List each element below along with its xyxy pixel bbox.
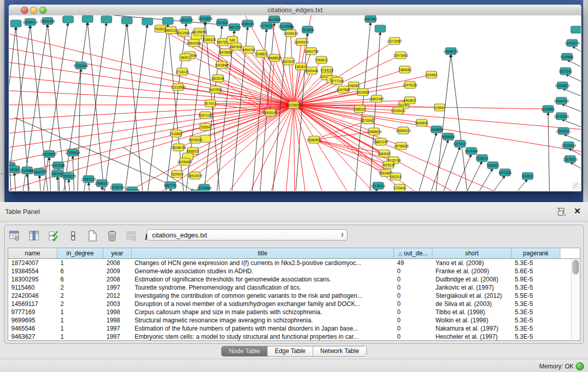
table-row[interactable]: 1938455462009Genome-wide association stu… [8,267,580,275]
graph-node[interactable]: 16033809 [198,15,213,22]
graph-node[interactable]: 16961758 [304,48,319,55]
graph-node[interactable]: 20691406 [40,17,55,25]
graph-node[interactable] [63,16,74,23]
graph-node[interactable]: 12213583 [171,83,186,91]
graph-node[interactable]: 17359924 [66,149,80,156]
graph-node[interactable]: 12975115 [403,81,418,89]
graph-node[interactable]: 10025432 [391,107,406,114]
graph-node[interactable]: 17957223 [81,176,96,183]
row-height-icon[interactable] [67,230,79,242]
graph-node[interactable]: 12444194 [554,97,569,104]
graph-node[interactable]: 8267130 [199,112,212,119]
graph-node[interactable]: 8186328 [203,36,216,43]
graph-node[interactable]: 12213967 [387,37,402,45]
graph-node[interactable]: 2087682 [364,15,377,23]
graph-node[interactable]: 13505135 [61,172,76,180]
table-row[interactable]: 977716911998Corpus callosum shape and si… [8,308,580,316]
graph-node[interactable]: 8454749 [242,46,255,53]
graph-node[interactable]: 252214 [390,173,401,180]
delete-trash-icon[interactable] [106,230,118,242]
graph-node[interactable]: 10973493 [394,52,408,59]
graph-node[interactable]: 20153346 [74,62,89,69]
graph-node[interactable]: 1733426 [393,184,406,191]
graph-node[interactable]: 16640910 [294,38,309,46]
network-canvas[interactable]: 1405572420691406106532571603380915276027… [9,15,581,191]
graph-node[interactable]: 18807249 [374,138,388,145]
graph-node[interactable]: 10807487 [369,95,384,102]
table-select-dropdown[interactable]: citations_edges.txt ▲▼ [147,229,347,240]
table-row[interactable]: 1872400712008Changes of HCN gene express… [8,259,580,267]
graph-node[interactable]: 20206556 [42,150,57,158]
graph-node[interactable] [11,20,21,27]
graph-node[interactable]: 15751074 [565,39,580,47]
graph-node[interactable]: 17016504 [561,142,576,149]
table-scrollbar[interactable] [571,259,579,340]
graph-node[interactable]: 16543382 [187,39,202,47]
window-titlebar[interactable]: citations_edges.txt [9,5,581,16]
graph-node[interactable]: 10688609 [367,128,382,135]
graph-node[interactable]: 9146821 [255,50,268,57]
graph-node[interactable]: 9097588 [52,162,65,169]
graph-node[interactable]: 546 [227,36,238,43]
graph-node[interactable]: 7485063 [398,66,411,73]
table-row[interactable]: 1456911722003Disruption of a novel membe… [8,300,580,308]
graph-node[interactable]: 15136141 [371,182,386,189]
graph-node[interactable]: 14055724 [23,18,38,26]
graph-node[interactable]: 16648794 [444,48,459,55]
graph-node[interactable]: 2718120 [176,68,189,75]
graph-node[interactable]: 19756928 [394,142,409,149]
graph-node[interactable]: 18724007 [287,101,301,108]
graph-node[interactable]: 2986322 [353,105,366,113]
graph-node[interactable]: 19654923 [396,127,411,134]
graph-node[interactable] [101,16,112,23]
table-row[interactable]: 2242004622012Investigating the contribut… [8,292,580,300]
tab-node-table[interactable]: Node Table [222,346,268,356]
column-header-pagerank[interactable]: pagerank [512,248,560,258]
graph-node[interactable] [191,190,202,191]
graph-node[interactable] [142,18,153,25]
float-panel-icon[interactable] [557,207,567,216]
table-row[interactable]: 946554611997Estimation of the future num… [8,324,580,333]
graph-node[interactable]: 9227343 [559,68,572,75]
graph-node[interactable]: 12942757 [32,168,47,176]
graph-node[interactable]: 53594 [200,123,211,130]
graph-node[interactable] [82,15,93,23]
graph-node[interactable]: 98901 [180,54,191,61]
graph-node[interactable]: 9699695 [415,119,428,126]
graph-node[interactable]: 9857791 [164,182,177,189]
graph-node[interactable]: 15720407 [361,117,376,124]
graph-node[interactable]: 2867608 [229,43,243,50]
graph-node[interactable]: 917003 [205,100,216,107]
citation-network-graph[interactable]: 1405572420691406106532571603380915276027… [9,15,581,191]
graph-node[interactable]: 13325419 [284,30,298,37]
column-header-in_degree[interactable]: in_degree [57,248,103,258]
tab-edge-table[interactable]: Edge Table [268,346,313,356]
graph-node[interactable]: 15932971 [556,127,571,135]
graph-node[interactable]: 16782759 [110,184,125,191]
show-columns-icon[interactable] [28,230,40,242]
graph-node[interactable]: 3624554 [356,89,369,96]
graph-node[interactable]: 7857224 [228,24,241,31]
graph-node[interactable]: 9427552 [209,86,222,93]
graph-node[interactable] [163,17,173,25]
graph-node[interactable]: 9777169 [331,77,344,84]
table-row[interactable]: 911546021997Tourette syndrome. Phenomeno… [8,283,580,292]
graph-node[interactable]: 11675315 [563,156,578,163]
graph-node[interactable]: 9474444 [465,147,478,155]
column-header-year[interactable]: year [103,248,132,258]
graph-node[interactable]: 5878335 [189,136,202,143]
graph-node[interactable]: 7515526 [301,26,314,33]
graph-node[interactable]: 1615132 [382,161,395,168]
graph-node[interactable]: 8958924 [442,133,455,140]
column-header-title[interactable]: title [132,248,394,258]
graph-node[interactable]: 115949 [434,104,445,111]
graph-node[interactable]: 6466160 [241,20,254,27]
graph-node[interactable]: 15688520 [267,54,282,61]
graph-node[interactable]: 7632621 [486,162,499,169]
graph-node[interactable]: 915469 [426,71,437,78]
graph-node[interactable]: 19384554 [307,136,322,143]
new-document-icon[interactable] [86,230,99,242]
memory-status-icon[interactable] [576,362,584,370]
graph-node[interactable]: 924502 [522,172,533,180]
graph-node[interactable]: 8813054 [268,16,281,23]
